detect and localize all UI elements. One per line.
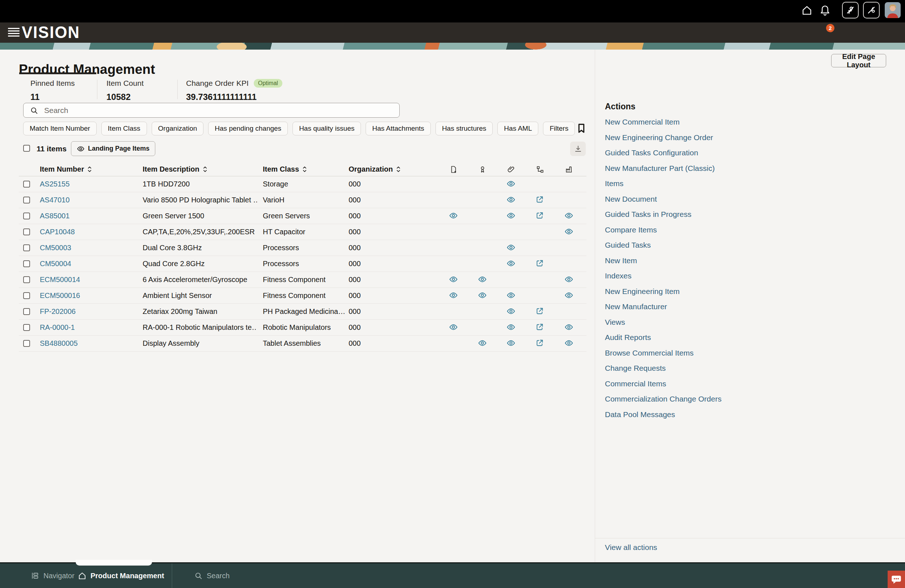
row-checkbox[interactable]	[23, 181, 30, 188]
action-link-views[interactable]: Views	[605, 318, 625, 327]
home-icon[interactable]	[801, 4, 813, 16]
aml-view-icon[interactable]	[564, 291, 574, 300]
aml-view-icon[interactable]	[564, 323, 574, 332]
bottom-tab-search[interactable]: Search	[194, 563, 230, 588]
action-link-items[interactable]: Items	[605, 179, 623, 188]
action-link-guided-tasks-configuration[interactable]: Guided Tasks Configuration	[605, 148, 698, 157]
scissors-off-icon[interactable]	[863, 2, 880, 19]
item-number-link[interactable]: ECM500014	[40, 275, 80, 284]
row-checkbox[interactable]	[23, 260, 30, 267]
change-order-view-icon[interactable]	[449, 211, 458, 221]
action-link-indexes[interactable]: Indexes	[605, 272, 632, 280]
filter-chip-has-structures[interactable]: Has structures	[435, 122, 493, 135]
structures-open-icon[interactable]	[535, 323, 545, 332]
download-button[interactable]	[570, 141, 586, 156]
column-header-item-description[interactable]: Item Description	[143, 164, 208, 174]
action-link-new-manufacturer-part-classic[interactable]: New Manufacturer Part (Classic)	[605, 164, 714, 173]
filter-chip-organization[interactable]: Organization	[152, 122, 204, 135]
impersonation-off-icon[interactable]	[842, 2, 859, 19]
chat-button[interactable]	[888, 571, 905, 588]
action-link-guided-tasks-in-progress[interactable]: Guided Tasks in Progress	[605, 210, 691, 219]
item-number-link[interactable]: AS25155	[40, 180, 70, 188]
action-link-guided-tasks[interactable]: Guided Tasks	[605, 241, 651, 250]
quality-view-icon[interactable]	[478, 338, 487, 348]
landing-page-items-button[interactable]: Landing Page Items	[71, 141, 155, 156]
row-checkbox[interactable]	[23, 213, 30, 219]
change-order-view-icon[interactable]	[449, 323, 458, 332]
attachments-view-icon[interactable]	[506, 307, 516, 316]
action-link-new-commercial-item[interactable]: New Commercial Item	[605, 118, 680, 126]
action-link-new-item[interactable]: New Item	[605, 256, 637, 265]
item-number-link[interactable]: CM50004	[40, 260, 71, 268]
attachments-view-icon[interactable]	[506, 195, 516, 205]
menu-icon[interactable]	[8, 28, 19, 37]
item-number-link[interactable]: CM50003	[40, 244, 71, 252]
row-checkbox[interactable]	[23, 197, 30, 203]
structures-open-icon[interactable]	[535, 259, 545, 268]
filter-chip-has-aml[interactable]: Has AML	[497, 122, 538, 135]
filter-chip-has-quality-issues[interactable]: Has quality issues	[292, 122, 361, 135]
row-checkbox[interactable]	[23, 308, 30, 315]
structures-open-icon[interactable]	[535, 211, 545, 221]
column-header-item-class[interactable]: Item Class	[263, 164, 307, 174]
user-avatar[interactable]	[885, 2, 901, 18]
aml-view-icon[interactable]	[564, 227, 574, 237]
quality-view-icon[interactable]	[478, 275, 487, 284]
item-number-link[interactable]: FP-202006	[40, 307, 76, 316]
structures-open-icon[interactable]	[535, 338, 545, 348]
view-all-actions-link[interactable]: View all actions	[605, 543, 657, 552]
change-order-view-icon[interactable]	[449, 275, 458, 284]
action-link-commercialization-change-orders[interactable]: Commercialization Change Orders	[605, 395, 721, 403]
attachments-view-icon[interactable]	[506, 259, 516, 268]
filter-chip-has-pending-changes[interactable]: Has pending changes	[208, 122, 288, 135]
row-checkbox[interactable]	[23, 340, 30, 347]
change-order-view-icon[interactable]	[449, 291, 458, 300]
action-link-change-requests[interactable]: Change Requests	[605, 364, 666, 373]
edit-page-layout-button[interactable]: Edit Page Layout	[831, 54, 886, 67]
row-checkbox[interactable]	[23, 292, 30, 299]
row-checkbox[interactable]	[23, 276, 30, 283]
item-number-link[interactable]: ECM500016	[40, 291, 80, 300]
action-link-new-document[interactable]: New Document	[605, 195, 657, 203]
bottom-tab-navigator[interactable]: Navigator	[30, 563, 75, 588]
aml-view-icon[interactable]	[564, 338, 574, 348]
attachments-view-icon[interactable]	[506, 338, 516, 348]
attachments-view-icon[interactable]	[506, 323, 516, 332]
item-number-link[interactable]: AS47010	[40, 196, 70, 204]
attachments-view-icon[interactable]	[506, 179, 516, 189]
search-input[interactable]	[43, 106, 394, 115]
notifications-bell-icon[interactable]	[819, 4, 831, 16]
attachments-view-icon[interactable]	[506, 243, 516, 253]
item-number-link[interactable]: RA-0000-1	[40, 323, 75, 332]
select-all-checkbox[interactable]	[23, 145, 30, 152]
filter-chip-filters[interactable]: Filters	[543, 122, 575, 135]
quality-view-icon[interactable]	[478, 291, 487, 300]
attachments-view-icon[interactable]	[506, 291, 516, 300]
structures-open-icon[interactable]	[535, 307, 545, 316]
bottom-tab-product-management[interactable]: Product Management	[78, 563, 164, 588]
bookmark-icon[interactable]	[576, 122, 587, 134]
action-link-audit-reports[interactable]: Audit Reports	[605, 333, 651, 342]
action-link-browse-commercial-items[interactable]: Browse Commercial Items	[605, 349, 694, 358]
action-link-new-manufacturer[interactable]: New Manufacturer	[605, 302, 667, 311]
row-checkbox[interactable]	[23, 324, 30, 331]
column-header-organization[interactable]: Organization	[349, 164, 401, 174]
structures-open-icon[interactable]	[535, 195, 545, 205]
action-link-compare-items[interactable]: Compare Items	[605, 226, 657, 234]
item-number-link[interactable]: AS85001	[40, 212, 70, 220]
aml-view-icon[interactable]	[564, 275, 574, 284]
filter-chip-has-attachments[interactable]: Has Attachments	[366, 122, 431, 135]
action-link-data-pool-messages[interactable]: Data Pool Messages	[605, 410, 675, 419]
action-link-commercial-items[interactable]: Commercial Items	[605, 380, 666, 388]
search-bar[interactable]	[23, 103, 400, 118]
attachments-view-icon[interactable]	[506, 211, 516, 221]
action-link-new-engineering-item[interactable]: New Engineering Item	[605, 287, 680, 296]
filter-chip-match-item-number[interactable]: Match Item Number	[23, 122, 97, 135]
aml-view-icon[interactable]	[564, 211, 574, 221]
filter-chip-item-class[interactable]: Item Class	[102, 122, 147, 135]
row-checkbox[interactable]	[23, 229, 30, 235]
action-link-new-engineering-change-order[interactable]: New Engineering Change Order	[605, 133, 713, 142]
item-number-link[interactable]: CAP10048	[40, 228, 75, 236]
item-number-link[interactable]: SB4880005	[40, 339, 78, 348]
column-header-item-number[interactable]: Item Number	[40, 164, 92, 174]
